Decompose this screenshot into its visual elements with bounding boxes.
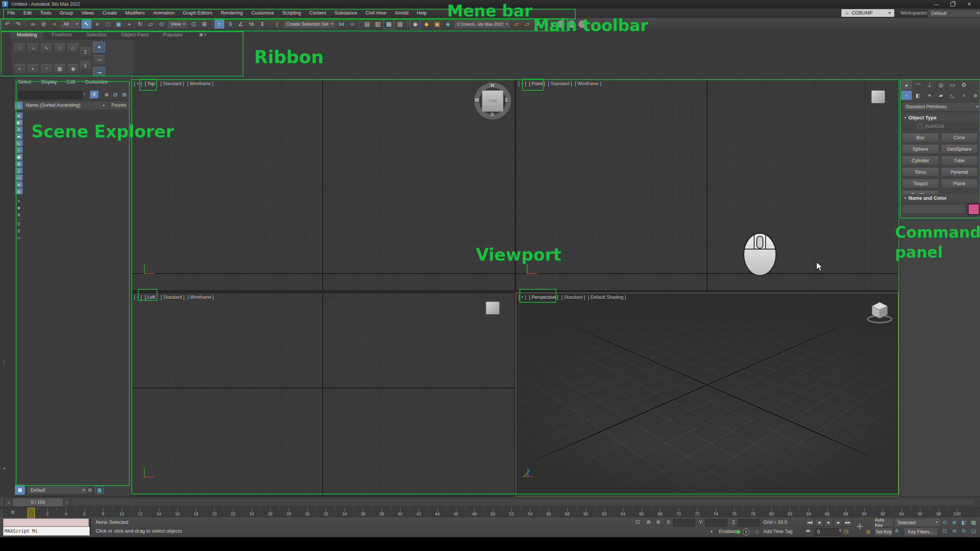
auto-key-button[interactable]: Auto Key xyxy=(874,518,893,527)
set-key-filters-icon[interactable]: ⋔ xyxy=(894,528,899,534)
display-space-warps-icon[interactable]: ≈ xyxy=(15,147,23,153)
polygon-tool-icon[interactable]: ◉ xyxy=(67,63,79,74)
go-to-start-button[interactable]: |◀◀ xyxy=(805,518,814,527)
collapse-all-icon[interactable]: ⊟ xyxy=(111,91,119,98)
object-type-button[interactable]: Box xyxy=(902,133,939,142)
display-geometry-icon[interactable]: ● xyxy=(15,112,23,119)
viewcube-mini[interactable] xyxy=(871,90,885,103)
search-input[interactable] xyxy=(19,91,82,99)
pick-container-icon[interactable]: ▭ xyxy=(15,235,23,241)
display-helpers-icon[interactable]: ◺ xyxy=(15,140,23,146)
shift-down-icon[interactable]: ↧ xyxy=(79,60,91,71)
name-column-header[interactable]: Name (Sorted Ascending) xyxy=(26,103,80,108)
tab-modeling[interactable]: Modeling xyxy=(11,31,43,39)
maxscript-mini-listener-pink[interactable] xyxy=(3,518,89,527)
detail-view-icon[interactable]: ≣ xyxy=(15,212,23,218)
flat-view-icon[interactable]: ■ xyxy=(15,205,23,211)
select-object-icon[interactable]: ↖ xyxy=(82,20,91,29)
rollout-grip-icon[interactable]: ∷ xyxy=(975,196,978,201)
toggle-ribbon-icon[interactable]: ▥ xyxy=(373,20,383,29)
save-folder-icon[interactable]: ▱ xyxy=(522,20,532,29)
key-mode-dropdown[interactable]: Selected xyxy=(894,518,941,527)
material-editor-icon[interactable]: ◉ xyxy=(410,19,421,29)
maximize-viewport-icon[interactable]: ◲ xyxy=(969,527,978,535)
keyboard-override-icon[interactable]: ↑ xyxy=(214,20,224,29)
angle-snap-icon[interactable]: ∠ xyxy=(236,20,246,29)
redo-icon[interactable]: ↷ xyxy=(13,20,23,29)
render-setup-icon[interactable]: ◆ xyxy=(421,20,431,29)
toggle-layer-explorer-icon[interactable]: ▤ xyxy=(362,20,372,29)
object-color-swatch[interactable] xyxy=(968,204,980,215)
filter-settings-icon[interactable]: ∇ xyxy=(15,221,23,227)
toolbar-grip[interactable] xyxy=(1,498,3,506)
selection-lock-icon[interactable]: ⋒ xyxy=(646,519,651,525)
tab-create[interactable]: + xyxy=(901,80,912,90)
display-xrefs-icon[interactable]: ▣ xyxy=(15,154,23,160)
menu-item[interactable]: Civil View xyxy=(361,8,390,18)
x-coordinate-field[interactable] xyxy=(673,519,695,527)
mini-wrench-icon[interactable]: ⚙ xyxy=(866,529,871,535)
previous-frame-arrow[interactable]: ‹ xyxy=(5,498,12,507)
menu-item[interactable]: Create xyxy=(98,8,121,18)
toggle-divider[interactable] xyxy=(16,196,22,196)
restore-button[interactable] xyxy=(944,0,960,8)
scene-explorer-menu[interactable]: Edit xyxy=(67,79,75,85)
viewport-shading-label[interactable]: [ Wireframe ] xyxy=(187,81,214,86)
toggle-divider[interactable] xyxy=(16,219,22,220)
ribbon-config-dropdown[interactable]: ▣ ▾ xyxy=(199,32,206,37)
menu-item[interactable]: Group xyxy=(56,8,77,18)
compass-north[interactable]: N xyxy=(491,83,494,88)
mirror-icon[interactable]: ⋈ xyxy=(336,20,346,29)
schematic-view-icon[interactable]: ▧ xyxy=(395,20,405,29)
display-lights-icon[interactable]: ☀ xyxy=(15,126,23,132)
filter-icon[interactable]: ∇ xyxy=(90,91,98,98)
minimize-button[interactable]: — xyxy=(928,0,944,8)
viewport-perspective[interactable]: [ + ] [ Perspective ] [ Standard ] [ Def… xyxy=(516,293,898,496)
y-coordinate-field[interactable] xyxy=(705,519,727,527)
toolbar-grip[interactable] xyxy=(1,509,3,516)
category-lights-icon[interactable]: ☀ xyxy=(924,91,935,100)
create-key-icon[interactable]: + xyxy=(852,518,867,534)
category-cameras-icon[interactable]: ▰ xyxy=(936,91,946,100)
orbit-icon[interactable]: ↻ xyxy=(959,527,969,535)
warning-count-badge[interactable]: 0 xyxy=(743,528,750,535)
viewport-render-style[interactable]: [ Standard ] xyxy=(548,81,572,86)
display-containers-icon[interactable]: ⊕ xyxy=(15,161,23,167)
key-clock-icon[interactable]: ◷ xyxy=(844,528,848,534)
viewcube-top-face[interactable]: TOP xyxy=(482,90,503,112)
play-button[interactable]: ▶ xyxy=(825,518,833,527)
key-filters-button[interactable]: Key Filters... xyxy=(903,527,938,536)
frame-spinner-icon[interactable]: ⇕ xyxy=(838,528,842,533)
snaps-toggle-3d-icon[interactable]: 3 xyxy=(225,20,235,29)
viewport-menu-plus[interactable]: [ + ] xyxy=(518,295,526,300)
time-tag-icon[interactable]: ◇ xyxy=(755,528,759,535)
polygon-tool-icon[interactable]: ▦ xyxy=(54,63,66,74)
close-button[interactable]: × xyxy=(960,0,978,8)
scene-explorer-menu[interactable]: Customize xyxy=(85,79,108,85)
select-and-move-icon[interactable]: + xyxy=(124,20,134,29)
object-type-button[interactable]: Tube xyxy=(941,156,978,165)
object-type-button[interactable]: Sphere xyxy=(902,144,939,154)
toolbar-separator[interactable] xyxy=(407,20,408,28)
scene-object-list[interactable] xyxy=(14,110,129,483)
display-bones-icon[interactable]: ∫ xyxy=(15,168,23,174)
zoom-extents-all-icon[interactable]: ▦ xyxy=(969,518,978,526)
display-cameras-icon[interactable]: ▰ xyxy=(15,133,23,139)
compass-east[interactable]: E xyxy=(505,98,508,103)
column-divider[interactable] xyxy=(108,101,109,110)
layer-dropdown[interactable]: Default xyxy=(27,486,88,494)
object-type-button[interactable]: Pyramid xyxy=(941,167,978,177)
collapse-arrow-icon[interactable]: ◂ xyxy=(3,466,5,470)
menu-item[interactable]: Edit xyxy=(19,8,36,18)
filter-icon[interactable]: ∇ xyxy=(15,228,23,234)
category-helpers-icon[interactable]: ◺ xyxy=(947,91,958,100)
select-and-place-icon[interactable]: ⊙ xyxy=(157,20,167,29)
element-mode-icon[interactable]: ◇ xyxy=(67,42,79,53)
tab-motion[interactable]: ◎ xyxy=(936,80,946,90)
list-options-icon[interactable]: ≣ xyxy=(86,486,94,494)
set-key-button[interactable]: Set Key xyxy=(874,527,893,536)
category-geometry-icon[interactable]: ○ xyxy=(901,91,912,100)
display-hidden-icon[interactable]: ◎ xyxy=(15,188,23,194)
menu-item[interactable]: Customize xyxy=(247,8,278,18)
add-time-tag-label[interactable]: Add Time Tag xyxy=(763,529,792,534)
